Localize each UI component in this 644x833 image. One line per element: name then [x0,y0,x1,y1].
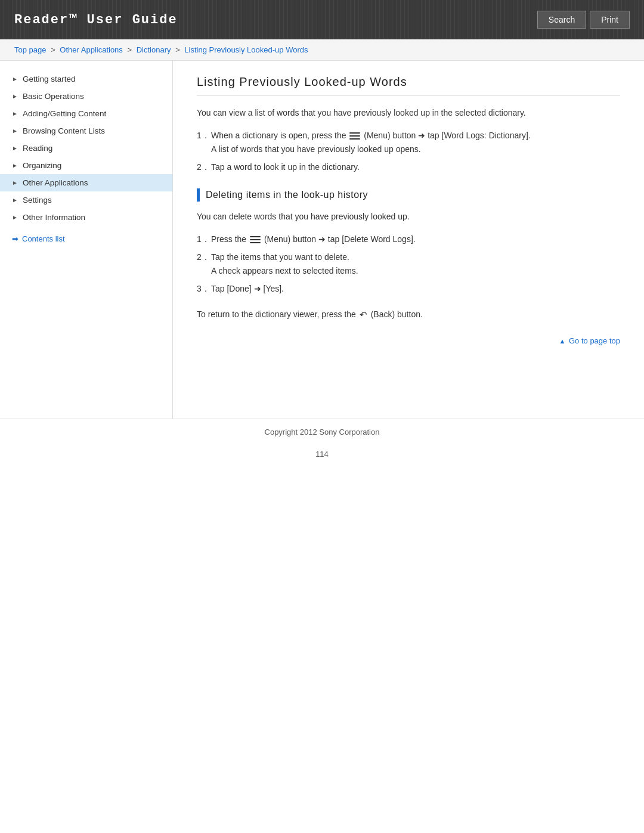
sidebar-item-label: Browsing Content Lists [23,126,105,135]
goto-top-label: Go to page top [569,336,620,345]
sidebar-item-label: Settings [23,196,52,205]
step-num-s2-1: 1． [197,233,210,246]
print-button[interactable]: Print [590,11,630,29]
step-s2-3: 3． Tap [Done] ➜ [Yes]. [197,282,620,295]
sidebar-item-adding-getting-content[interactable]: ► Adding/Getting Content [0,105,172,122]
section2-heading: Deleting items in the look-up history [197,188,620,202]
breadcrumb-sep3: > [175,45,180,54]
header-buttons: Search Print [537,11,630,29]
sidebar-item-organizing[interactable]: ► Organizing [0,157,172,174]
triangle-up-icon: ▲ [559,337,565,345]
back-text: To return to the dictionary viewer, pres… [197,308,620,322]
breadcrumb-sep1: > [51,45,55,54]
back-icon: ↶ [360,308,367,322]
arrow-right-icon: ➡ [12,234,18,243]
step-num-1: 1． [197,129,210,142]
step-num-s2-2: 2． [197,250,210,264]
page-number: 114 [0,445,644,463]
breadcrumb-sep2: > [127,45,132,54]
step-s2-1: 1． Press the (Menu) button ➜ tap [Delete… [197,233,620,246]
steps-list-2: 1． Press the (Menu) button ➜ tap [Delete… [197,233,620,296]
breadcrumb-top-link[interactable]: Top page [14,45,47,54]
sidebar-item-settings[interactable]: ► Settings [0,191,172,209]
chevron-right-icon: ► [12,162,18,169]
sidebar-item-label: Reading [23,144,52,153]
sidebar-footer: ➡ Contents list [0,226,172,252]
step-num-2: 2． [197,160,210,174]
copyright-text: Copyright 2012 Sony Corporation [265,428,380,436]
menu-icon-2 [250,236,261,244]
sidebar-item-basic-operations[interactable]: ► Basic Operations [0,88,172,105]
sidebar-item-label: Other Information [23,213,85,222]
step-sub-1: A list of words that you have previously… [211,143,620,156]
step-text-s2-1: Press the (Menu) button ➜ tap [Delete Wo… [211,234,416,244]
breadcrumb-other-apps-link[interactable]: Other Applications [60,45,123,54]
page-title: Listing Previously Looked-up Words [197,75,620,95]
breadcrumb: Top page > Other Applications > Dictiona… [0,39,644,61]
sidebar-item-label: Getting started [23,75,76,83]
section2-title: Deleting items in the look-up history [206,190,368,200]
step-s2-2: 2． Tap the items that you want to delete… [197,250,620,277]
sidebar-item-label: Adding/Getting Content [23,109,106,118]
chevron-right-icon: ► [12,179,18,186]
step-sub-s2-2: A check appears next to selected items. [211,264,620,277]
chevron-right-icon: ► [12,93,18,100]
chevron-right-icon: ► [12,110,18,117]
main-content: Listing Previously Looked-up Words You c… [173,61,644,419]
sidebar-item-browsing-content-lists[interactable]: ► Browsing Content Lists [0,122,172,140]
step-text-1: When a dictionary is open, press the (Me… [211,131,531,140]
step-text-s2-2: Tap the items that you want to delete. [211,252,349,262]
content-layout: ► Getting started ► Basic Operations ► A… [0,61,644,419]
chevron-right-icon: ► [12,128,18,134]
goto-top: ▲ Go to page top [197,336,620,345]
sidebar-item-reading[interactable]: ► Reading [0,140,172,157]
breadcrumb-current-link[interactable]: Listing Previously Looked-up Words [184,45,308,54]
sidebar-item-other-applications[interactable]: ► Other Applications [0,174,172,191]
goto-top-link[interactable]: ▲ Go to page top [559,336,620,345]
header: Reader™ User Guide Search Print [0,0,644,39]
footer: Copyright 2012 Sony Corporation [0,419,644,445]
sidebar-item-label: Other Applications [23,178,88,187]
chevron-right-icon: ► [12,214,18,221]
menu-icon [349,132,360,140]
step-num-s2-3: 3． [197,282,210,295]
section-bar [197,188,200,202]
section2-intro: You can delete words that you have previ… [197,210,620,223]
steps-list-1: 1． When a dictionary is open, press the … [197,129,620,174]
step-1: 1． When a dictionary is open, press the … [197,129,620,156]
sidebar-item-label: Basic Operations [23,92,84,101]
chevron-right-icon: ► [12,76,18,82]
step-text-s2-3: Tap [Done] ➜ [Yes]. [211,284,284,293]
sidebar-item-other-information[interactable]: ► Other Information [0,209,172,226]
intro-text: You can view a list of words that you ha… [197,106,620,119]
sidebar-item-label: Organizing [23,161,61,170]
step-2: 2． Tap a word to look it up in the dicti… [197,160,620,174]
app-title: Reader™ User Guide [14,13,178,27]
breadcrumb-dictionary-link[interactable]: Dictionary [137,45,171,54]
step-text-2: Tap a word to look it up in the dictiona… [211,162,360,172]
chevron-right-icon: ► [12,145,18,151]
chevron-right-icon: ► [12,197,18,203]
contents-list-link[interactable]: Contents list [22,234,65,243]
search-button[interactable]: Search [537,11,586,29]
sidebar: ► Getting started ► Basic Operations ► A… [0,61,173,419]
sidebar-item-getting-started[interactable]: ► Getting started [0,70,172,88]
